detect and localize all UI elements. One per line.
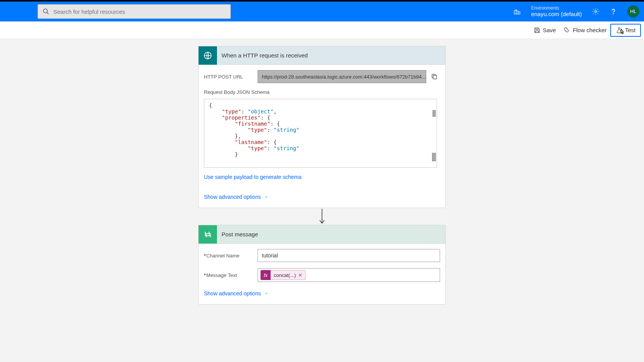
gear-icon[interactable] bbox=[592, 8, 600, 15]
schema-label: Request Body JSON Schema bbox=[204, 89, 440, 95]
expression-token[interactable]: fx concat(...) ✕ bbox=[260, 270, 306, 280]
environment-name: enayu.com (default) bbox=[531, 11, 582, 18]
search-input[interactable] bbox=[53, 8, 226, 15]
tenant-icon[interactable] bbox=[513, 8, 521, 15]
action-card: Post message *Channel Name *Message Text… bbox=[198, 225, 446, 305]
scrollbar-thumb[interactable] bbox=[432, 153, 436, 161]
search-icon bbox=[43, 8, 49, 15]
environment-label: Environments bbox=[531, 5, 582, 11]
search-box[interactable] bbox=[38, 4, 231, 19]
designer-canvas: When a HTTP request is received HTTP POS… bbox=[0, 39, 644, 320]
flow-checker-label: Flow checker bbox=[573, 27, 606, 33]
help-icon[interactable] bbox=[610, 8, 617, 15]
svg-rect-5 bbox=[433, 75, 437, 79]
http-url-value[interactable]: https://prod-28.southeastasia.logic.azur… bbox=[258, 70, 426, 83]
svg-point-0 bbox=[43, 9, 48, 13]
channel-name-label: *Channel Name bbox=[204, 253, 258, 259]
schema-editor[interactable]: { "type": "object", "properties": { "fir… bbox=[204, 99, 437, 168]
environment-picker[interactable]: Environments enayu.com (default) bbox=[531, 5, 582, 18]
test-icon bbox=[616, 27, 623, 34]
http-trigger-icon bbox=[199, 46, 217, 65]
channel-name-input[interactable] bbox=[258, 249, 440, 262]
post-message-icon bbox=[199, 225, 217, 244]
fx-icon: fx bbox=[261, 270, 271, 280]
message-text-input[interactable]: fx concat(...) ✕ bbox=[258, 268, 440, 282]
flow-checker-button[interactable]: Flow checker bbox=[560, 25, 610, 36]
action-header[interactable]: Post message bbox=[199, 225, 445, 244]
action-toolbar: Save Flow checker Test bbox=[0, 21, 644, 39]
avatar[interactable]: HL bbox=[627, 5, 639, 18]
svg-line-1 bbox=[47, 12, 49, 14]
trigger-card: When a HTTP request is received HTTP POS… bbox=[198, 46, 446, 208]
show-advanced-action[interactable]: Show advanced options bbox=[204, 290, 440, 296]
flow-checker-icon bbox=[564, 27, 570, 34]
test-button[interactable]: Test bbox=[610, 24, 641, 37]
connector-arrow-icon bbox=[317, 208, 327, 225]
show-advanced-trigger[interactable]: Show advanced options bbox=[204, 194, 440, 200]
remove-token-button[interactable]: ✕ bbox=[298, 272, 302, 278]
scrollbar-thumb[interactable] bbox=[432, 110, 436, 117]
token-text: concat(...) bbox=[271, 272, 298, 278]
chevron-down-icon bbox=[264, 291, 269, 296]
topbar: Environments enayu.com (default) HL bbox=[0, 0, 644, 21]
svg-line-7 bbox=[205, 232, 207, 237]
save-label: Save bbox=[543, 27, 556, 33]
test-label: Test bbox=[625, 27, 636, 33]
chevron-down-icon bbox=[264, 195, 269, 199]
svg-point-3 bbox=[613, 13, 613, 14]
sample-payload-link[interactable]: Use sample payload to generate schema bbox=[204, 174, 440, 180]
trigger-header[interactable]: When a HTTP request is received bbox=[199, 46, 445, 65]
svg-point-2 bbox=[595, 10, 597, 12]
copy-icon bbox=[431, 73, 438, 80]
http-url-label: HTTP POST URL bbox=[204, 74, 258, 80]
message-text-label: *Message Text bbox=[204, 272, 258, 278]
save-icon bbox=[534, 27, 540, 34]
svg-line-8 bbox=[209, 232, 210, 237]
copy-url-button[interactable] bbox=[429, 71, 440, 82]
save-button[interactable]: Save bbox=[530, 25, 560, 36]
action-title: Post message bbox=[222, 231, 258, 238]
trigger-title: When a HTTP request is received bbox=[222, 52, 308, 59]
